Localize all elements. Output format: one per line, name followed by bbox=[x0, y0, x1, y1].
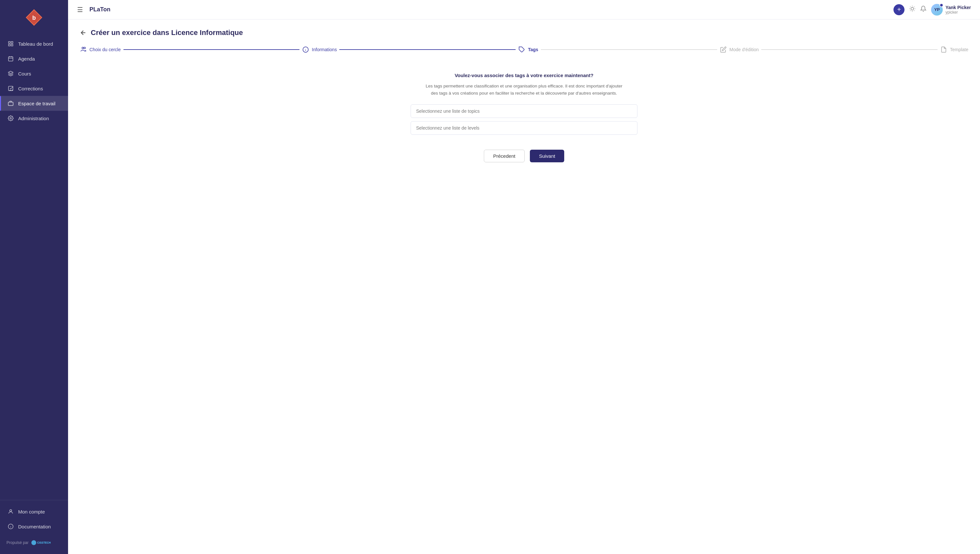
step-informations-icon bbox=[302, 46, 309, 53]
step-mode-edition-icon bbox=[720, 46, 727, 53]
user-name: Yank Picker bbox=[945, 5, 971, 10]
svg-text:b: b bbox=[32, 14, 36, 21]
sidebar-item-label: Espace de travail bbox=[18, 101, 56, 106]
sidebar-item-espace-de-travail[interactable]: Espace de travail bbox=[0, 96, 68, 111]
form-card: Voulez-vous associer des tags à votre ex… bbox=[411, 66, 637, 169]
back-icon bbox=[80, 29, 87, 36]
agenda-icon bbox=[8, 56, 14, 62]
account-icon bbox=[8, 509, 14, 514]
svg-point-33 bbox=[84, 47, 86, 49]
sidebar-item-label: Agenda bbox=[18, 56, 35, 62]
sidebar-item-corrections[interactable]: Corrections bbox=[0, 81, 68, 96]
avatar-badge bbox=[940, 3, 943, 7]
svg-rect-4 bbox=[11, 41, 13, 43]
cours-icon bbox=[8, 71, 14, 76]
sidebar: b Tableau de bord Agenda Cours Correc bbox=[0, 0, 68, 554]
stepper: Choix du cercle Informations bbox=[80, 46, 968, 53]
svg-line-25 bbox=[910, 7, 911, 7]
svg-point-32 bbox=[82, 47, 84, 49]
sidebar-item-label: Cours bbox=[18, 71, 31, 76]
brightness-icon[interactable] bbox=[909, 5, 916, 14]
step-template-icon bbox=[940, 46, 947, 53]
workspace-icon bbox=[8, 100, 14, 106]
step-line-4 bbox=[761, 49, 937, 50]
step-informations[interactable]: Informations bbox=[302, 46, 337, 53]
logo[interactable]: b bbox=[0, 0, 68, 34]
footer-text: Propulsé par bbox=[6, 540, 29, 545]
topbar: ☰ PLaTon + YP bbox=[68, 0, 980, 19]
user-details: Yank Picker ypicker bbox=[945, 5, 971, 14]
svg-rect-14 bbox=[8, 102, 13, 106]
page-title: Créer un exercice dans Licence Informati… bbox=[91, 29, 243, 37]
sidebar-item-cours[interactable]: Cours bbox=[0, 66, 68, 81]
avatar: YP bbox=[931, 4, 943, 16]
sidebar-item-agenda[interactable]: Agenda bbox=[0, 51, 68, 66]
sidebar-bottom: Mon compte Documentation Propulsé par CI… bbox=[0, 500, 68, 554]
svg-line-29 bbox=[910, 10, 911, 11]
svg-text:CISSTECH: CISSTECH bbox=[37, 541, 51, 544]
cisstech-logo: CISSTECH bbox=[31, 539, 51, 546]
topics-input[interactable] bbox=[411, 104, 637, 118]
svg-rect-6 bbox=[8, 45, 10, 46]
main-content: ☰ PLaTon + YP bbox=[68, 0, 980, 554]
svg-rect-3 bbox=[8, 41, 10, 43]
docs-icon bbox=[8, 524, 14, 529]
svg-point-20 bbox=[32, 540, 36, 545]
step-line-1 bbox=[123, 49, 300, 50]
svg-line-30 bbox=[914, 7, 915, 7]
step-tags[interactable]: Tags bbox=[518, 46, 538, 53]
notifications-icon[interactable] bbox=[920, 5, 926, 14]
sidebar-item-label: Tableau de bord bbox=[18, 41, 53, 47]
corrections-icon bbox=[8, 86, 14, 91]
levels-input[interactable] bbox=[411, 121, 637, 135]
user-handle: ypicker bbox=[945, 10, 971, 14]
step-choix-cercle[interactable]: Choix du cercle bbox=[80, 46, 121, 53]
form-description: Les tags permettent une classification e… bbox=[424, 83, 625, 97]
svg-point-16 bbox=[10, 509, 12, 511]
svg-line-26 bbox=[914, 10, 915, 11]
next-button[interactable]: Suivant bbox=[530, 150, 564, 162]
step-tags-icon bbox=[518, 46, 525, 53]
svg-rect-5 bbox=[11, 45, 13, 46]
sidebar-footer: Propulsé par CISSTECH bbox=[0, 534, 68, 551]
sidebar-item-documentation[interactable]: Documentation bbox=[0, 519, 68, 534]
sidebar-item-tableau-de-bord[interactable]: Tableau de bord bbox=[0, 36, 68, 51]
sidebar-item-administration[interactable]: Administration bbox=[0, 111, 68, 126]
form-actions: Précedent Suivant bbox=[411, 150, 637, 162]
sidebar-item-label: Documentation bbox=[18, 524, 51, 529]
page-content: Créer un exercice dans Licence Informati… bbox=[68, 19, 980, 554]
admin-icon bbox=[8, 115, 14, 121]
step-label: Mode d'édition bbox=[730, 47, 759, 52]
step-choix-cercle-icon bbox=[80, 46, 87, 53]
sidebar-item-label: Corrections bbox=[18, 86, 43, 91]
step-label: Choix du cercle bbox=[89, 47, 121, 52]
step-line-2 bbox=[339, 49, 516, 50]
form-question: Voulez-vous associer des tags à votre ex… bbox=[411, 73, 637, 78]
previous-button[interactable]: Précedent bbox=[484, 150, 525, 162]
sidebar-item-mon-compte[interactable]: Mon compte bbox=[0, 504, 68, 519]
add-button[interactable]: + bbox=[894, 4, 905, 15]
topbar-actions: + YP Yank Picker bbox=[894, 4, 971, 16]
sidebar-nav: Tableau de bord Agenda Cours Corrections… bbox=[0, 34, 68, 500]
step-label: Tags bbox=[528, 47, 538, 52]
menu-icon[interactable]: ☰ bbox=[77, 6, 83, 14]
step-label: Informations bbox=[312, 47, 337, 52]
step-line-3 bbox=[541, 49, 717, 50]
app-title: PLaTon bbox=[89, 6, 888, 13]
user-info[interactable]: YP Yank Picker ypicker bbox=[931, 4, 971, 16]
svg-rect-7 bbox=[8, 57, 13, 61]
step-label: Template bbox=[950, 47, 968, 52]
back-button[interactable] bbox=[80, 29, 87, 36]
sidebar-item-label: Mon compte bbox=[18, 509, 45, 514]
step-mode-edition[interactable]: Mode d'édition bbox=[720, 46, 759, 53]
svg-point-15 bbox=[10, 118, 12, 119]
step-template[interactable]: Template bbox=[940, 46, 968, 53]
dashboard-icon bbox=[8, 41, 14, 47]
sidebar-item-label: Administration bbox=[18, 116, 49, 121]
page-header: Créer un exercice dans Licence Informati… bbox=[80, 29, 968, 37]
svg-point-22 bbox=[911, 8, 913, 10]
